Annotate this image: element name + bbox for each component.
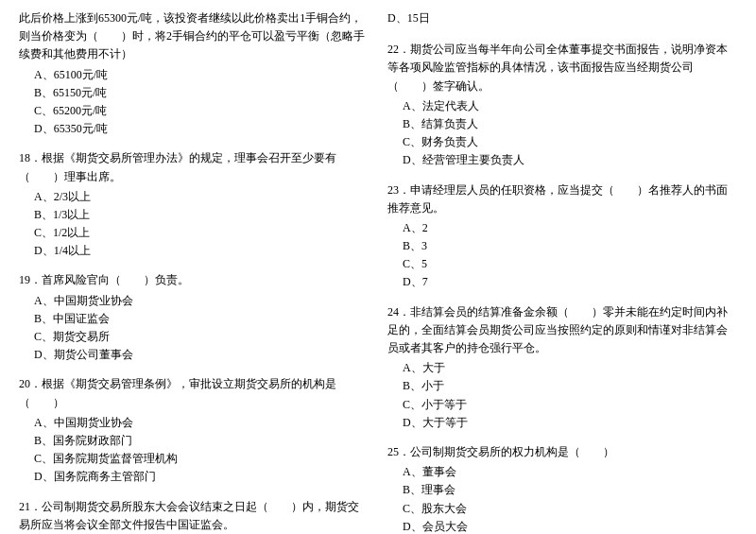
option: B、65150元/吨 xyxy=(19,84,369,102)
option: C、5 xyxy=(387,255,737,273)
option: A、2 xyxy=(387,219,737,237)
question-text: 22．期货公司应当每半年向公司全体董事提交书面报告，说明净资本等各项风险监管指标… xyxy=(387,41,737,95)
option: C、1/2以上 xyxy=(19,224,369,242)
option: D、会员大会 xyxy=(387,518,737,534)
question-block: 18．根据《期货交易所管理办法》的规定，理事会召开至少要有（ ）理事出席。A、2… xyxy=(19,149,369,260)
question-text: 19．首席风险官向（ ）负责。 xyxy=(19,271,369,289)
right-column: D、15日22．期货公司应当每半年向公司全体董事提交书面报告，说明净资本等各项风… xyxy=(387,9,737,534)
option: C、国务院期货监督管理机构 xyxy=(19,450,369,468)
question-block: 此后价格上涨到65300元/吨，该投资者继续以此价格卖出1手铜合约，则当价格变为… xyxy=(19,9,369,138)
option: D、大于等于 xyxy=(387,414,737,432)
option: D、7 xyxy=(387,273,737,291)
option: B、1/3以上 xyxy=(19,206,369,224)
option: C、财务负责人 xyxy=(387,133,737,151)
question-block: 23．申请经理层人员的任职资格，应当提交（ ）名推荐人的书面推荐意见。A、2B、… xyxy=(387,181,737,292)
question-text: 25．公司制期货交易所的权力机构是（ ） xyxy=(387,443,737,461)
option: C、股东大会 xyxy=(387,500,737,518)
left-column: 此后价格上涨到65300元/吨，该投资者继续以此价格卖出1手铜合约，则当价格变为… xyxy=(19,9,369,534)
option: A、中国期货业协会 xyxy=(19,292,369,310)
option: A、董事会 xyxy=(387,463,737,481)
option: C、65200元/吨 xyxy=(19,102,369,120)
question-block: 21．公司制期货交易所股东大会会议结束之日起（ ）内，期货交易所应当将会议全部文… xyxy=(19,498,369,535)
option: B、小于 xyxy=(387,377,737,395)
question-text: 此后价格上涨到65300元/吨，该投资者继续以此价格卖出1手铜合约，则当价格变为… xyxy=(19,9,369,64)
option: D、65350元/吨 xyxy=(19,120,369,138)
option: D、1/4以上 xyxy=(19,242,369,260)
option: B、中国证监会 xyxy=(19,310,369,328)
option: A、65100元/吨 xyxy=(19,66,369,84)
question-text: 23．申请经理层人员的任职资格，应当提交（ ）名推荐人的书面推荐意见。 xyxy=(387,181,737,217)
question-text: 18．根据《期货交易所管理办法》的规定，理事会召开至少要有（ ）理事出席。 xyxy=(19,149,369,185)
question-text: 24．非结算会员的结算准备金余额（ ）零并未能在约定时间内补足的，全面结算会员期… xyxy=(387,303,737,358)
option: A、中国期货业协会 xyxy=(19,414,369,432)
option: C、小于等于 xyxy=(387,396,737,414)
question-block: 24．非结算会员的结算准备金余额（ ）零并未能在约定时间内补足的，全面结算会员期… xyxy=(387,303,737,432)
option: C、期货交易所 xyxy=(19,328,369,346)
option: B、理事会 xyxy=(387,481,737,499)
question-block: D、15日 xyxy=(387,9,737,29)
option: B、3 xyxy=(387,237,737,255)
question-text: 21．公司制期货交易所股东大会会议结束之日起（ ）内，期货交易所应当将会议全部文… xyxy=(19,498,369,534)
question-block: 25．公司制期货交易所的权力机构是（ ）A、董事会B、理事会C、股东大会D、会员… xyxy=(387,443,737,534)
question-text: D、15日 xyxy=(387,9,737,27)
question-block: 20．根据《期货交易管理条例》，审批设立期货交易所的机构是（ ）A、中国期货业协… xyxy=(19,375,369,486)
option: B、国务院财政部门 xyxy=(19,432,369,450)
option: D、期货公司董事会 xyxy=(19,346,369,364)
option: A、大于 xyxy=(387,359,737,377)
option: A、法定代表人 xyxy=(387,97,737,115)
question-text: 20．根据《期货交易管理条例》，审批设立期货交易所的机构是（ ） xyxy=(19,375,369,411)
option: D、国务院商务主管部门 xyxy=(19,468,369,486)
question-block: 22．期货公司应当每半年向公司全体董事提交书面报告，说明净资本等各项风险监管指标… xyxy=(387,41,737,169)
option: B、结算负责人 xyxy=(387,115,737,133)
question-block: 19．首席风险官向（ ）负责。A、中国期货业协会B、中国证监会C、期货交易所D、… xyxy=(19,271,369,364)
option: A、2/3以上 xyxy=(19,188,369,206)
option: D、经营管理主要负责人 xyxy=(387,151,737,169)
